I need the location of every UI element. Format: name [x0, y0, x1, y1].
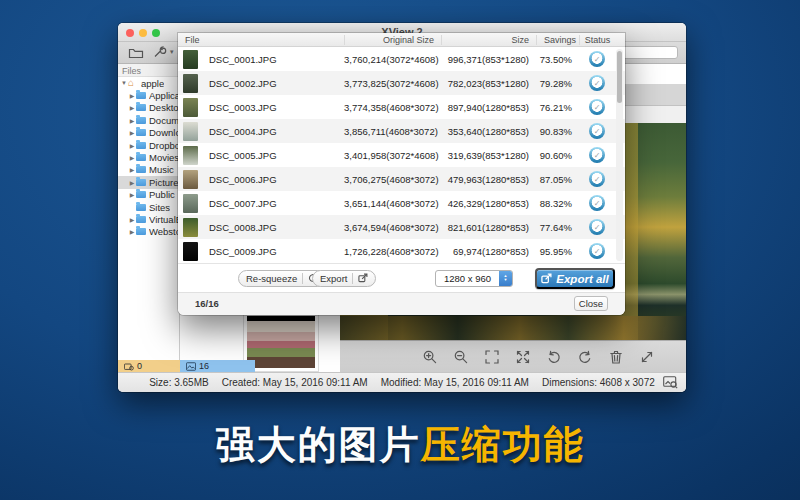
disclosure-icon[interactable]: ▶ — [128, 154, 136, 161]
zoom-in-icon[interactable] — [423, 350, 437, 364]
sidebar-item-public[interactable]: ▶ Public — [118, 189, 179, 201]
export-all-button[interactable]: Export all — [535, 268, 615, 289]
sidebar-item-label: Desktop — [149, 102, 179, 113]
table-row[interactable]: DSC_0003.JPG 3,774,358(4608*3072) 897,94… — [178, 95, 625, 119]
zoom-out-icon[interactable] — [454, 350, 468, 364]
export-all-label: Export all — [556, 273, 608, 285]
minimize-window-button[interactable] — [139, 29, 147, 37]
disclosure-icon[interactable]: ▶ — [128, 117, 136, 124]
status-check-icon[interactable]: ✓ — [589, 147, 605, 163]
sidebar-item-pictures[interactable]: ▶ Pictures — [118, 176, 179, 188]
row-filename: DSC_0007.JPG — [202, 198, 344, 209]
status-check-icon[interactable]: ✓ — [589, 123, 605, 139]
row-thumbnail — [183, 146, 198, 165]
zoom-window-button[interactable] — [152, 29, 160, 37]
disclosure-icon[interactable]: ▶ — [128, 166, 136, 173]
pending-count: 0 — [137, 361, 142, 371]
fullscreen-icon[interactable] — [640, 350, 654, 364]
disclosure-icon[interactable]: ▶ — [128, 92, 136, 99]
tools-caret-icon[interactable]: ▾ — [170, 48, 174, 56]
status-check-icon[interactable]: ✓ — [589, 171, 605, 187]
status-check-icon[interactable]: ✓ — [589, 51, 605, 67]
row-thumbnail — [183, 98, 198, 117]
sidebar-item-applications[interactable]: ▶ Applications — [118, 89, 179, 101]
sidebar-item-virtualbox[interactable]: ▶ VirtualBox — [118, 213, 179, 225]
disclosure-icon[interactable]: ▶ — [128, 191, 136, 198]
column-header-size[interactable]: Size — [441, 35, 536, 45]
status-check-icon[interactable]: ✓ — [589, 243, 605, 259]
row-compressed-size: 353,640(1280*853) — [441, 126, 536, 137]
folder-icon — [136, 179, 146, 186]
marketing-caption: 强大的图片压缩功能 — [0, 418, 800, 472]
table-row[interactable]: DSC_0006.JPG 3,706,275(4608*3072) 479,96… — [178, 167, 625, 191]
sidebar-item-apple[interactable]: ▼ ⌂ apple — [118, 77, 179, 89]
sidebar-item-sites[interactable]: Sites — [118, 201, 179, 213]
rotate-right-icon[interactable] — [578, 350, 592, 364]
status-check-icon[interactable]: ✓ — [589, 99, 605, 115]
column-header-savings[interactable]: Savings — [536, 35, 579, 45]
sidebar-item-dropbox[interactable]: ▶ Dropbox — [118, 139, 179, 151]
close-window-button[interactable] — [126, 29, 134, 37]
tools-icon[interactable] — [152, 45, 167, 63]
sidebar-item-webstorm[interactable]: ▶ Webstorm — [118, 226, 179, 238]
dialog-scrollbar[interactable] — [616, 49, 623, 261]
select-stepper-icon[interactable]: ▲▼ — [499, 271, 512, 286]
status-size: Size: 3.65MB — [149, 377, 208, 388]
folder-icon — [136, 154, 146, 161]
folder-icon — [136, 142, 146, 149]
table-row[interactable]: DSC_0002.JPG 3,773,825(3072*4608) 782,02… — [178, 71, 625, 95]
table-row[interactable]: DSC_0005.JPG 3,401,958(3072*4608) 319,63… — [178, 143, 625, 167]
status-modified: Modified: May 15, 2016 09:11 AM — [381, 377, 529, 388]
row-status: ✓ — [579, 243, 615, 259]
sidebar-item-desktop[interactable]: ▶ Desktop — [118, 102, 179, 114]
row-savings: 77.64% — [536, 222, 579, 233]
preview-search-icon[interactable] — [663, 376, 678, 391]
table-row[interactable]: DSC_0009.JPG 1,726,228(4608*3072) 69,974… — [178, 239, 625, 263]
column-header-file[interactable]: File — [178, 35, 344, 45]
image-view-toolbar — [340, 340, 686, 372]
disclosure-icon[interactable]: ▼ — [120, 80, 128, 86]
disclosure-icon[interactable]: ▶ — [128, 228, 136, 235]
row-savings: 88.32% — [536, 198, 579, 209]
column-header-original[interactable]: Original Size — [344, 35, 441, 45]
column-header-status[interactable]: Status — [579, 35, 615, 45]
fit-screen-icon[interactable] — [485, 350, 499, 364]
disclosure-icon[interactable]: ▶ — [128, 142, 136, 149]
row-original-size: 3,856,711(4608*3072) — [344, 126, 441, 137]
actual-size-icon[interactable] — [516, 350, 530, 364]
sidebar-item-documents[interactable]: ▶ Documents — [118, 114, 179, 126]
table-row[interactable]: DSC_0008.JPG 3,674,594(4608*3072) 821,60… — [178, 215, 625, 239]
row-thumbnail — [183, 74, 198, 93]
status-bar: Size: 3.65MB Created: May 15, 2016 09:11… — [118, 372, 686, 392]
sidebar-item-movies[interactable]: ▶ Movies — [118, 151, 179, 163]
sidebar-item-label: Public — [149, 189, 175, 200]
caption-gold-text: 压缩功能 — [421, 423, 585, 466]
table-row[interactable]: DSC_0001.JPG 3,760,214(3072*4608) 996,37… — [178, 47, 625, 71]
row-savings: 76.21% — [536, 102, 579, 113]
disclosure-icon[interactable]: ▶ — [128, 104, 136, 111]
rotate-left-icon[interactable] — [547, 350, 561, 364]
table-row[interactable]: DSC_0004.JPG 3,856,711(4608*3072) 353,64… — [178, 119, 625, 143]
sidebar-item-label: Applications — [149, 90, 179, 101]
disclosure-icon[interactable]: ▶ — [128, 179, 136, 186]
size-preset-value: 1280 x 960 — [436, 273, 499, 284]
row-savings: 73.50% — [536, 54, 579, 65]
open-folder-icon[interactable] — [128, 45, 144, 63]
disclosure-icon[interactable]: ▶ — [128, 216, 136, 223]
export-button[interactable]: Export — [312, 270, 376, 287]
sidebar-item-downloads[interactable]: ▶ Downloads — [118, 127, 179, 139]
row-status: ✓ — [579, 51, 615, 67]
close-button[interactable]: Close — [574, 296, 608, 311]
size-preset-select[interactable]: 1280 x 960 ▲▼ — [435, 270, 513, 287]
sidebar-item-music[interactable]: ▶ Music — [118, 164, 179, 176]
folder-icon — [136, 204, 146, 211]
table-row[interactable]: DSC_0007.JPG 3,651,144(4608*3072) 426,32… — [178, 191, 625, 215]
scrollbar-thumb[interactable] — [617, 51, 622, 103]
status-check-icon[interactable]: ✓ — [589, 219, 605, 235]
family-photo-thumbnail — [247, 316, 315, 368]
status-check-icon[interactable]: ✓ — [589, 195, 605, 211]
search-input[interactable] — [622, 46, 678, 59]
delete-icon[interactable] — [609, 350, 623, 364]
disclosure-icon[interactable]: ▶ — [128, 129, 136, 136]
status-check-icon[interactable]: ✓ — [589, 75, 605, 91]
